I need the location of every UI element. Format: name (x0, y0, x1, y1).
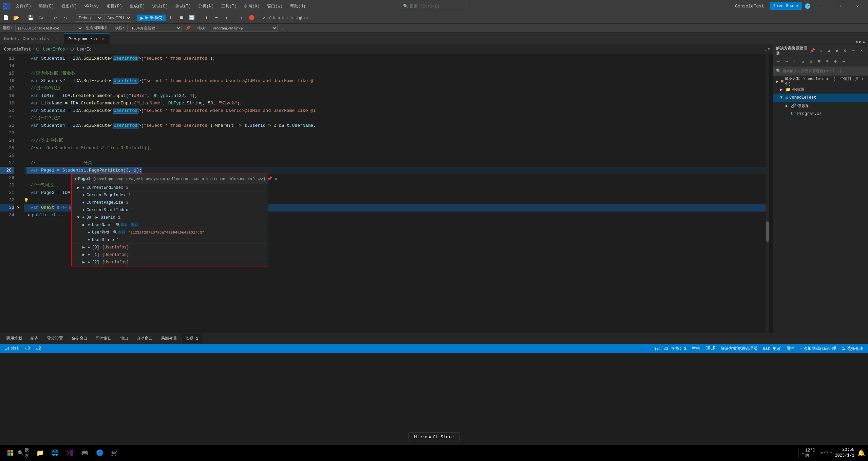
tab-scroll-right[interactable]: ► (859, 40, 862, 44)
clock-widget[interactable]: 20:50 2023/1/1 (835, 447, 854, 459)
tree-program-cs[interactable]: C# Program.cs (773, 110, 868, 118)
status-git-branch[interactable]: ⎇ 就绪 (3, 344, 21, 353)
tree-dependencies[interactable]: ▶ 🔗 依赖项 (773, 102, 868, 110)
debug-row-data-1[interactable]: ▶ ◆ [1] {UserInfos} (72, 251, 268, 259)
platform-dropdown[interactable]: Any CPU (104, 14, 131, 22)
minimize-button[interactable]: — (813, 0, 829, 12)
debug-row-data-0[interactable]: ▶ ◆ [0] {UserInfos} (72, 244, 268, 251)
scrollbar-thumb[interactable] (766, 221, 769, 242)
project-expand-icon[interactable]: ▼ (780, 95, 786, 100)
global-search-box[interactable]: 🔍 搜索 (Ctrl+Q) (400, 2, 468, 10)
taskbar-purple-btn[interactable]: 🎮 (77, 445, 92, 460)
tree-external-sources[interactable]: ▶ 📁 外部源 (773, 85, 868, 94)
username-view-btn1[interactable]: 🔍查看 (116, 221, 128, 229)
panel-refresh-btn[interactable]: ↺ (825, 47, 833, 55)
deps-expand-icon[interactable]: ▶ (786, 103, 791, 108)
app-insights-label[interactable]: Application Insights (263, 16, 308, 20)
tab-program-cs-close[interactable]: × (100, 36, 106, 42)
taskbar-edge-btn[interactable]: 🌐 (48, 445, 62, 460)
taskbar-chrome-btn[interactable]: 🔵 (92, 445, 107, 460)
expand-icon[interactable]: ▶ (82, 244, 87, 251)
tab-exception-settings[interactable]: 异常设置 (43, 334, 67, 343)
status-git-changes-btn[interactable]: Git 更改 (761, 344, 783, 353)
menu-test[interactable]: 测试(T) (172, 2, 194, 11)
menu-window[interactable]: 窗口(W) (264, 2, 286, 11)
tab-breakpoints[interactable]: 断点 (27, 334, 42, 343)
status-solution-explorer-btn[interactable]: 解决方案资源管理器 (719, 344, 759, 353)
step-into-btn[interactable]: ⬇ (202, 14, 211, 22)
maximize-button[interactable]: □ (831, 0, 847, 12)
sol-more-btn[interactable]: ⋯ (840, 58, 847, 65)
sol-settings2-btn[interactable]: ⚙ (832, 58, 839, 65)
sol-refresh2-btn[interactable]: ↺ (799, 58, 807, 65)
editor-scrollbar-v[interactable] (766, 54, 769, 333)
debug-row-data-2[interactable]: ▶ ◆ [2] {UserInfos} (72, 259, 268, 266)
username-view-btn2[interactable]: 查看 (131, 221, 138, 229)
debug-row-currentstartindex[interactable]: ◆ CurrentStartIndex 1 (72, 206, 268, 214)
expand-stack-btn[interactable]: ⌄ (282, 26, 284, 30)
expand-icon[interactable]: ▶ (82, 251, 87, 259)
status-add-source-control-btn[interactable]: ⬆ 添加到源代码管理 (798, 344, 838, 353)
da-expand-icon[interactable]: ▶ (95, 214, 98, 221)
live-share-button[interactable]: Live Share (770, 2, 802, 10)
step-over-btn[interactable]: ➡ (212, 14, 221, 22)
menu-analyze[interactable]: 分析(N) (195, 2, 217, 11)
expand-icon[interactable]: ▶ (82, 259, 87, 266)
menu-edit[interactable]: 编辑(E) (35, 2, 58, 11)
menu-file[interactable]: 文件(F) (12, 2, 35, 11)
new-project-btn[interactable]: 📄 (1, 14, 10, 22)
step-out-btn[interactable]: ⬆ (222, 14, 231, 22)
menu-project[interactable]: 项目(P) (103, 2, 126, 11)
debug-row-currentpagesize[interactable]: ◆ CurrentPageSize 3 (72, 199, 268, 206)
redo-btn[interactable]: ↪ (61, 14, 70, 22)
panel-sync-btn[interactable]: ⇄ (833, 47, 841, 55)
tab-nuget-close[interactable]: × (54, 36, 60, 41)
menu-build[interactable]: 生成(B) (126, 2, 149, 11)
systray-expand-icon[interactable]: ⌃ (830, 450, 832, 456)
weather-widget[interactable]: ☁ 12°C 阴 (798, 448, 818, 458)
panel-close-btn[interactable]: ✕ (858, 47, 865, 55)
lifecycle-events-btn[interactable]: 生命周期事件 (86, 25, 108, 31)
sol-filter-btn[interactable]: ≡ (824, 58, 831, 65)
thread-dropdown[interactable]: [15040] 主线程 (127, 25, 182, 32)
process-dropdown[interactable]: [17688] ConsoleTest.exe (15, 25, 83, 32)
editor-settings-btn[interactable]: ⚙ (768, 47, 770, 52)
close-button[interactable]: ✕ (850, 0, 865, 12)
debug-row-userpwd[interactable]: ◆ UserPwd 🔍查看 "21232f297a57a5a743894a0e4… (72, 229, 268, 236)
restart-btn[interactable]: 🔄 (187, 14, 196, 22)
status-select-repo-btn[interactable]: 🗂 选择仓库 (839, 344, 865, 353)
expand-icon[interactable]: ▶ (82, 221, 87, 229)
status-properties-btn[interactable]: 属性 (784, 344, 796, 353)
tab-menu-btn[interactable]: ⚙ (863, 39, 865, 44)
tab-scroll-left[interactable]: ◄ (855, 40, 857, 44)
sol-forward-btn[interactable]: → (783, 58, 790, 65)
debug-row-da[interactable]: ▼ ◆ Da ▶ UserId 1 (72, 214, 268, 221)
userpwd-view-btn[interactable]: 🔍查看 (113, 229, 125, 236)
editor-expand-btn[interactable]: ⌄ (764, 47, 767, 52)
expand-da-icon[interactable]: ▼ (77, 214, 81, 221)
debug-row-currentendindex[interactable]: ▶ ◆ CurrentEndIndex 3 (72, 184, 268, 192)
sol-back-btn[interactable]: ← (775, 58, 782, 65)
expand-icon[interactable]: ▶ (77, 184, 81, 192)
pin-thread-btn[interactable]: 📌 (186, 26, 190, 30)
panel-settings-btn[interactable]: ⚙ (842, 47, 849, 55)
tab-watch1[interactable]: 监视 1 (182, 334, 202, 343)
panel-pin-btn[interactable]: 📌 (809, 47, 816, 55)
sol-track-btn[interactable]: ◎ (807, 58, 815, 65)
menu-help[interactable]: 帮助(H) (287, 2, 309, 11)
tab-program-cs[interactable]: Program.cs ● × (64, 33, 110, 44)
menu-git[interactable]: Git(G) (81, 2, 102, 11)
save-all-btn[interactable]: 🗂 (36, 14, 45, 22)
taskbar-files-btn[interactable]: 📁 (33, 445, 48, 460)
toggle-bp-btn[interactable]: 🔴 (247, 14, 256, 22)
menu-debug[interactable]: 调试(D) (149, 2, 171, 11)
debug-popup-close-btn[interactable]: ✕ (275, 175, 277, 183)
taskbar-store-btn[interactable]: 🛒 (107, 445, 122, 460)
pause-btn[interactable]: ⏸ (167, 14, 176, 22)
status-spaces[interactable]: 空格 (690, 344, 702, 353)
tab-call-stack[interactable]: 调用堆栈 (3, 334, 26, 343)
panel-minimize-btn[interactable]: — (850, 47, 857, 55)
sol-collapse-btn[interactable]: ⊟ (815, 58, 823, 65)
save-btn[interactable]: 💾 (26, 14, 35, 22)
debug-config-dropdown[interactable]: Debug (76, 14, 103, 22)
